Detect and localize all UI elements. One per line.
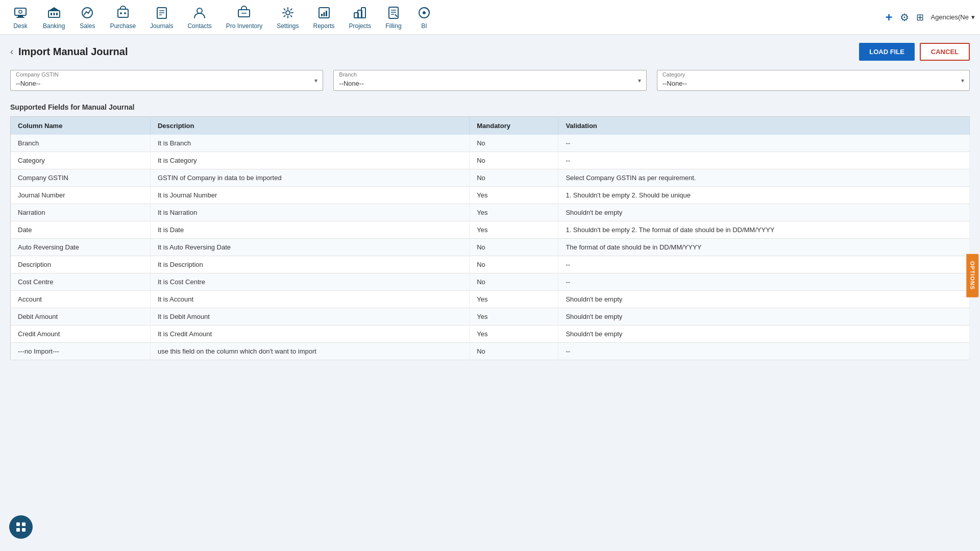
nav-items: Desk Banking Sales: [5, 1, 886, 34]
options-tab[interactable]: OPTIONS: [967, 254, 979, 297]
nav-item-reports[interactable]: Reports: [306, 1, 342, 34]
cell-validation: --: [558, 343, 970, 360]
nav-item-projects[interactable]: Projects: [342, 1, 378, 34]
nav-item-banking[interactable]: Banking: [36, 1, 72, 34]
nav-item-settings[interactable]: Settings: [270, 1, 306, 34]
svg-rect-23: [326, 11, 327, 16]
branch-select-wrapper[interactable]: Branch --None-- ▾: [333, 70, 646, 91]
grid-icon[interactable]: ⊞: [916, 12, 924, 23]
nav-label-desk: Desk: [13, 22, 27, 30]
svg-rect-33: [16, 522, 20, 526]
load-file-button[interactable]: LOAD FILE: [859, 43, 915, 61]
nav-label-pro-inventory: Pro Inventory: [226, 22, 262, 30]
desk-icon: [12, 5, 29, 21]
table-row: AccountIt is AccountYesShouldn't be empt…: [11, 291, 970, 308]
fab-button[interactable]: [9, 515, 33, 539]
table-row: BranchIt is BranchNo--: [11, 135, 970, 152]
table-row: CategoryIt is CategoryNo--: [11, 152, 970, 169]
svg-rect-35: [16, 528, 20, 532]
top-nav: Desk Banking Sales: [0, 0, 980, 35]
supported-fields-section: Supported Fields for Manual Journal Colu…: [10, 103, 970, 360]
nav-item-contacts[interactable]: Contacts: [180, 1, 218, 34]
page-header: ‹ Import Manual Journal LOAD FILE CANCEL: [10, 43, 970, 61]
nav-item-pro-inventory[interactable]: Pro Inventory: [219, 1, 270, 34]
category-label: Category: [657, 70, 969, 78]
cell-validation: 1. Shouldn't be empty 2. The format of d…: [558, 221, 970, 239]
cell-description: It is Debit Amount: [150, 308, 469, 325]
main-content: ‹ Import Manual Journal LOAD FILE CANCEL…: [0, 35, 980, 551]
nav-item-bi[interactable]: BI: [409, 1, 439, 34]
cell-validation: --: [558, 152, 970, 169]
cell-mandatory: Yes: [470, 325, 558, 343]
svg-rect-2: [16, 17, 24, 18]
svg-rect-21: [321, 14, 323, 16]
cell-column-name: Journal Number: [11, 187, 151, 204]
company-gstin-select-wrapper[interactable]: Company GSTIN --None-- ▾: [10, 70, 323, 91]
col-header-validation: Validation: [558, 117, 970, 135]
nav-label-journals: Journals: [150, 22, 173, 30]
cell-validation: Shouldn't be empty: [558, 291, 970, 308]
projects-icon: [352, 5, 368, 21]
supported-fields-title: Supported Fields for Manual Journal: [10, 103, 970, 111]
cell-column-name: ---no Import---: [11, 343, 151, 360]
cell-validation: Shouldn't be empty: [558, 325, 970, 343]
category-value: --None--: [657, 78, 969, 90]
col-header-mandatory: Mandatory: [470, 117, 558, 135]
reports-icon: [316, 5, 332, 21]
nav-label-purchase: Purchase: [110, 22, 136, 30]
cancel-button[interactable]: CANCEL: [920, 43, 970, 61]
cell-validation: Select Company GSTIN as per requirement.: [558, 169, 970, 187]
gear-icon[interactable]: ⚙: [900, 11, 909, 23]
cell-mandatory: Yes: [470, 204, 558, 221]
cell-column-name: Description: [11, 256, 151, 273]
agencies-label: Agencies(Ne: [931, 13, 969, 21]
purchase-icon: [115, 5, 131, 21]
cell-column-name: Category: [11, 152, 151, 169]
svg-rect-5: [51, 13, 52, 15]
cell-mandatory: No: [470, 135, 558, 152]
contacts-icon: [191, 5, 208, 21]
nav-item-journals[interactable]: Journals: [143, 1, 180, 34]
agencies-button[interactable]: Agencies(Ne ▾: [931, 13, 975, 21]
table-row: Debit AmountIt is Debit AmountYesShouldn…: [11, 308, 970, 325]
nav-label-banking: Banking: [43, 22, 65, 30]
company-gstin-label: Company GSTIN: [11, 70, 323, 78]
cell-column-name: Cost Centre: [11, 273, 151, 291]
cell-description: It is Account: [150, 291, 469, 308]
branch-label: Branch: [334, 70, 646, 78]
back-button[interactable]: ‹: [10, 46, 13, 57]
svg-rect-22: [323, 12, 325, 16]
cell-mandatory: No: [470, 273, 558, 291]
add-icon[interactable]: +: [886, 10, 893, 24]
cell-mandatory: No: [470, 239, 558, 256]
journals-icon: [154, 5, 170, 21]
cell-description: It is Date: [150, 221, 469, 239]
svg-point-10: [120, 12, 122, 14]
cell-validation: --: [558, 273, 970, 291]
svg-point-16: [197, 8, 202, 13]
nav-item-purchase[interactable]: Purchase: [103, 1, 143, 34]
bi-icon: [416, 5, 432, 21]
nav-item-desk[interactable]: Desk: [5, 1, 36, 34]
col-header-column-name: Column Name: [11, 117, 151, 135]
col-header-description: Description: [150, 117, 469, 135]
nav-item-filling[interactable]: Filling: [378, 1, 409, 34]
nav-right: + ⚙ ⊞ Agencies(Ne ▾: [886, 10, 975, 24]
nav-label-bi: BI: [421, 22, 427, 30]
cell-description: It is Cost Centre: [150, 273, 469, 291]
nav-item-sales[interactable]: Sales: [72, 1, 103, 34]
svg-rect-0: [15, 8, 26, 15]
category-select-wrapper[interactable]: Category --None-- ▾: [657, 70, 970, 91]
supported-fields-table: Column Name Description Mandatory Valida…: [10, 116, 970, 360]
agencies-chevron-icon: ▾: [971, 13, 975, 21]
fab-grid-icon: [15, 521, 27, 533]
cell-description: It is Branch: [150, 135, 469, 152]
cell-mandatory: Yes: [470, 221, 558, 239]
table-row: Credit AmountIt is Credit AmountYesShoul…: [11, 325, 970, 343]
cell-column-name: Narration: [11, 204, 151, 221]
nav-label-contacts: Contacts: [187, 22, 211, 30]
cell-mandatory: No: [470, 169, 558, 187]
cell-mandatory: Yes: [470, 187, 558, 204]
filling-icon: [385, 5, 402, 21]
cell-description: It is Description: [150, 256, 469, 273]
